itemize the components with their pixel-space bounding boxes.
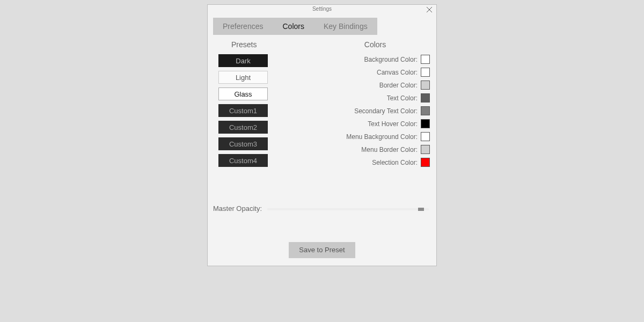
preset-dark[interactable]: Dark — [218, 54, 268, 67]
color-label: Text Hover Color: — [368, 120, 418, 128]
colors-heading: Colors — [320, 40, 430, 49]
colors-list: Background Color: Canvas Color: Border C… — [320, 54, 430, 167]
opacity-row: Master Opacity: — [213, 204, 429, 213]
color-label: Selection Color: — [372, 159, 418, 166]
window-title: Settings — [312, 6, 332, 12]
slider-thumb[interactable] — [418, 208, 424, 211]
tab-keybindings[interactable]: Key Bindings — [314, 18, 377, 35]
color-label: Menu Background Color: — [346, 133, 418, 141]
color-swatch-background[interactable] — [421, 55, 430, 64]
preset-custom3[interactable]: Custom3 — [218, 137, 268, 150]
color-row-border: Border Color: — [320, 80, 430, 90]
color-swatch-text[interactable] — [421, 93, 430, 103]
color-swatch-border[interactable] — [421, 80, 430, 90]
color-row-background: Background Color: — [320, 54, 430, 64]
color-row-text: Text Color: — [320, 93, 430, 103]
color-row-canvas: Canvas Color: — [320, 67, 430, 77]
color-row-menu-background: Menu Background Color: — [320, 131, 430, 142]
preset-light[interactable]: Light — [218, 71, 268, 84]
presets-column: Presets Dark Light Glass Custom1 Custom2… — [208, 40, 320, 167]
color-row-text-hover: Text Hover Color: — [320, 119, 430, 129]
color-label: Canvas Color: — [377, 69, 418, 76]
close-icon[interactable] — [426, 6, 433, 13]
color-swatch-menu-background[interactable] — [421, 132, 430, 141]
slider-track — [267, 208, 429, 210]
color-swatch-selection[interactable] — [421, 158, 430, 167]
color-row-selection: Selection Color: — [320, 157, 430, 167]
preset-glass[interactable]: Glass — [218, 87, 268, 100]
preset-custom4[interactable]: Custom4 — [218, 154, 268, 167]
presets-heading: Presets — [231, 40, 320, 49]
settings-window: Settings Preferences Colors Key Bindings… — [207, 4, 437, 266]
preset-custom2[interactable]: Custom2 — [218, 121, 268, 134]
opacity-label: Master Opacity: — [213, 204, 262, 213]
color-swatch-text-hover[interactable] — [421, 119, 430, 128]
color-label: Menu Border Color: — [361, 146, 418, 153]
titlebar: Settings — [208, 5, 436, 14]
color-row-menu-border: Menu Border Color: — [320, 144, 430, 155]
tab-content: Presets Dark Light Glass Custom1 Custom2… — [208, 35, 436, 167]
color-swatch-canvas[interactable] — [421, 68, 430, 77]
color-swatch-menu-border[interactable] — [421, 145, 430, 154]
tab-colors[interactable]: Colors — [273, 18, 313, 35]
color-label: Text Color: — [387, 94, 418, 102]
tab-bar: Preferences Colors Key Bindings — [213, 18, 436, 35]
preset-custom1[interactable]: Custom1 — [218, 104, 268, 117]
preset-list: Dark Light Glass Custom1 Custom2 Custom3… — [218, 54, 320, 167]
save-to-preset-button[interactable]: Save to Preset — [289, 242, 355, 258]
tab-preferences[interactable]: Preferences — [213, 18, 273, 35]
color-label: Background Color: — [364, 56, 418, 63]
color-label: Border Color: — [379, 82, 418, 89]
colors-column: Colors Background Color: Canvas Color: B… — [320, 40, 436, 167]
color-swatch-secondary-text[interactable] — [421, 106, 430, 115]
master-opacity-slider[interactable] — [267, 205, 429, 213]
color-label: Secondary Text Color: — [354, 107, 418, 115]
color-row-secondary-text: Secondary Text Color: — [320, 106, 430, 116]
